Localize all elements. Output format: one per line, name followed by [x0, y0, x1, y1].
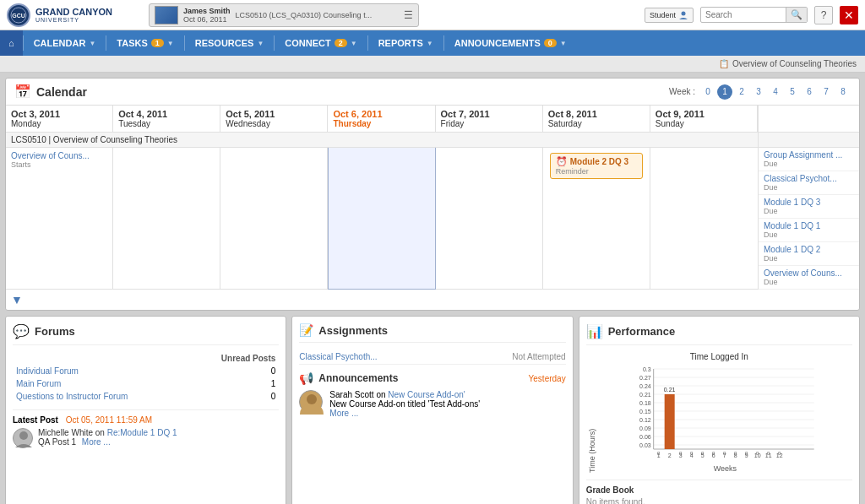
nav-home[interactable]: ⌂ — [0, 30, 23, 56]
navigation: ⌂ CALENDAR ▼ TASKS 1 ▼ RESOURCES ▼ CONNE… — [0, 30, 865, 56]
performance-panel: 📊 Performance Time Logged In Time (Hours… — [579, 316, 860, 504]
main-forum-link[interactable]: Main Forum — [16, 379, 61, 388]
week-navigation: Week : 0 1 2 3 4 5 6 7 8 — [669, 84, 851, 100]
cal-sidebar: Group Assignment ... Due Classical Psych… — [758, 148, 859, 290]
course-menu-icon[interactable]: ☰ — [404, 9, 413, 21]
svg-text:0.18: 0.18 — [639, 400, 651, 406]
post-author: Michelle White — [38, 428, 93, 437]
week-0[interactable]: 0 — [700, 84, 715, 100]
overview-link[interactable]: Overview of Couns... — [11, 151, 107, 160]
nav-reports-label: REPORTS — [378, 38, 423, 48]
cal-friday-header: Oct 7, 2011 Friday — [436, 106, 543, 133]
instructor-forum-link[interactable]: Questions to Instructor Forum — [16, 392, 128, 401]
help-button[interactable]: ? — [814, 6, 833, 24]
svg-text:0.21: 0.21 — [639, 392, 651, 398]
nav-connect[interactable]: CONNECT 2 ▼ — [275, 30, 367, 56]
week-7[interactable]: 7 — [819, 84, 834, 100]
forum-row-individual: Individual Forum 0 — [13, 365, 279, 377]
nav-tasks[interactable]: TASKS 1 ▼ — [106, 30, 183, 56]
performance-header: 📊 Performance — [586, 323, 852, 345]
cal-tuesday-header: Oct 4, 2011 Tuesday — [113, 106, 220, 133]
breadcrumb-text: Overview of Counseling Theories — [732, 59, 857, 68]
calendar-down-arrow[interactable]: ▼ — [11, 293, 23, 306]
svg-text:0.12: 0.12 — [639, 417, 651, 423]
svg-text:0.27: 0.27 — [639, 375, 651, 381]
svg-text:0.09: 0.09 — [639, 425, 651, 431]
search-input[interactable] — [701, 8, 786, 21]
latest-post-section: Latest Post Oct 05, 2011 11:59 AM Michel… — [13, 409, 279, 448]
logo-area: GCU GRAND CANYON UNIVERSITY — [7, 3, 142, 27]
week-2[interactable]: 2 — [734, 84, 749, 100]
course-tab[interactable]: James Smith Oct 06, 2011 LCS0510 (LCS_QA… — [149, 3, 419, 27]
forum-col-name — [13, 352, 188, 365]
forum-row-instructor: Questions to Instructor Forum 0 — [13, 390, 279, 403]
announce-on: on — [376, 390, 388, 399]
announce-more-link[interactable]: More ... — [329, 409, 358, 418]
chart-container: Time (Hours) 0.3 0.27 0.24 0.21 0.18 0.1… — [586, 365, 852, 473]
cal-thursday-header: Oct 6, 2011 Thursday — [328, 106, 435, 133]
forums-more-link[interactable]: More ... — [82, 437, 111, 447]
announcement-text: Sarah Scott on New Course Add-on' New Co… — [329, 390, 480, 418]
assignments-header: 📝 Assignments — [299, 323, 565, 343]
grade-book-empty: No items found. — [586, 497, 852, 504]
svg-point-2 — [682, 11, 686, 15]
announcement-item: Sarah Scott on New Course Add-on' New Co… — [299, 390, 565, 418]
svg-text:0.21: 0.21 — [664, 387, 676, 393]
search-box[interactable]: 🔍 — [700, 7, 808, 23]
chart-title: Time Logged In — [586, 352, 852, 361]
calendar-nav-bottom: ▼ — [6, 290, 859, 310]
calendar-header: 📅 Calendar Week : 0 1 2 3 4 5 6 7 8 — [6, 79, 859, 106]
individual-forum-link[interactable]: Individual Forum — [16, 366, 79, 376]
main-content: 📅 Calendar Week : 0 1 2 3 4 5 6 7 8 Oct … — [0, 73, 865, 504]
week-6[interactable]: 6 — [802, 84, 817, 100]
breadcrumb: 📋 Overview of Counseling Theories — [0, 56, 865, 73]
cal-saturday-header: Oct 8, 2011 Saturday — [543, 106, 650, 133]
announce-link[interactable]: New Course Add-on' — [388, 390, 465, 399]
course-thumbnail — [155, 6, 178, 24]
main-forum-count: 1 — [188, 377, 279, 390]
search-button[interactable]: 🔍 — [786, 8, 807, 22]
week-3[interactable]: 3 — [751, 84, 766, 100]
calendar-panel: 📅 Calendar Week : 0 1 2 3 4 5 6 7 8 Oct … — [5, 78, 860, 311]
cal-monday-content: Overview of Couns... Starts — [6, 148, 113, 290]
svg-text:0.15: 0.15 — [639, 409, 651, 415]
student-badge: Student — [645, 8, 694, 23]
nav-calendar[interactable]: CALENDAR ▼ — [24, 30, 106, 56]
nav-announcements[interactable]: ANNOUNCEMENTS 0 ▼ — [444, 30, 577, 56]
forums-title: Forums — [35, 325, 75, 338]
assignment-classical[interactable]: Classical Psychoth... — [299, 352, 377, 361]
breadcrumb-icon: 📋 — [719, 59, 729, 68]
svg-text:0.3: 0.3 — [643, 366, 651, 372]
cal-wednesday-header: Oct 5, 2011 Wednesday — [220, 106, 328, 133]
announcements-avatar — [299, 390, 323, 414]
logo-icon: GCU — [7, 3, 30, 27]
grade-book-section: Grade Book No items found. — [586, 480, 852, 504]
forums-panel: 💬 Forums Unread Posts Individual Forum 0… — [5, 316, 286, 504]
reminder-module2: ⏰ Module 2 DQ 3 Reminder — [550, 153, 643, 179]
announcements-header: 📢 Announcements Yesterday — [299, 371, 565, 385]
tasks-badge: 1 — [151, 39, 164, 47]
nav-announcements-label: ANNOUNCEMENTS — [454, 38, 541, 48]
week-8[interactable]: 8 — [835, 84, 851, 100]
week-1[interactable]: 1 — [717, 84, 732, 100]
svg-point-4 — [300, 403, 324, 415]
cal-sidebar-spacer — [758, 106, 859, 133]
svg-rect-28 — [664, 394, 674, 449]
nav-resources[interactable]: RESOURCES ▼ — [185, 30, 275, 56]
performance-icon: 📊 — [586, 323, 603, 339]
post-link[interactable]: Re:Module 1 DQ 1 — [107, 428, 177, 437]
forums-header: 💬 Forums — [13, 323, 279, 345]
week-5[interactable]: 5 — [785, 84, 800, 100]
nav-reports-arrow: ▼ — [427, 40, 433, 47]
post-text: Michelle White on Re:Module 1 DQ 1 QA Po… — [38, 428, 177, 447]
nav-reports[interactable]: REPORTS ▼ — [368, 30, 443, 56]
logo-text: GRAND CANYON UNIVERSITY — [35, 7, 112, 23]
sidebar-module1-dq2: Module 1 DQ 2 Due — [759, 242, 859, 266]
week-4[interactable]: 4 — [768, 84, 783, 100]
announcements-section: 📢 Announcements Yesterday Sarah Scott on — [299, 371, 565, 418]
close-button[interactable]: ✕ — [840, 6, 858, 24]
nav-resources-label: RESOURCES — [195, 38, 254, 48]
connect-badge: 2 — [335, 39, 347, 47]
announce-body: New Course Add-on titled 'Test Add-ons' — [329, 399, 480, 409]
course-row: LCS0510 | Overview of Counseling Theorie… — [6, 133, 758, 148]
